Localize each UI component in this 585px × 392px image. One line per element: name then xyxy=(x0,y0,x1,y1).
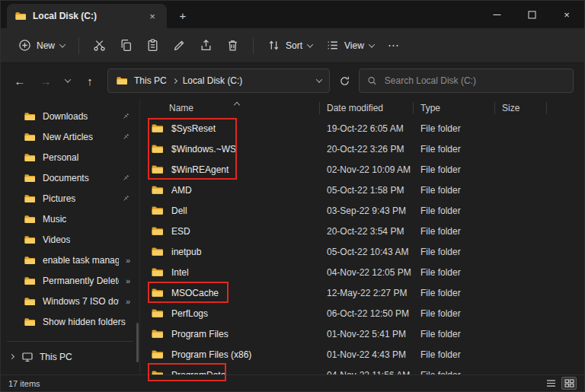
minimize-icon xyxy=(493,11,501,19)
file-name-cell: ProgramData xyxy=(140,368,319,374)
search-icon xyxy=(367,75,377,86)
explorer-tab[interactable]: Local Disk (C:) × xyxy=(7,4,167,28)
file-row[interactable]: ESD 20-Oct-22 3:54 PM File folder xyxy=(140,221,584,241)
folder-icon xyxy=(151,368,164,374)
see-more-button[interactable]: ⋯ xyxy=(381,33,407,58)
search-input[interactable] xyxy=(383,75,565,87)
file-name-cell: $SysReset xyxy=(140,122,319,135)
new-tab-button[interactable]: + xyxy=(174,7,191,24)
back-button[interactable]: ← xyxy=(8,69,31,92)
file-explorer-window: Local Disk (C:) × + × New xyxy=(0,0,585,392)
refresh-button[interactable] xyxy=(333,69,356,92)
sidebar-item[interactable]: Windows 7 ISO downlo » xyxy=(1,291,139,311)
overflow-chevron-icon: » xyxy=(126,297,130,306)
folder-icon xyxy=(24,254,36,266)
sidebar-item-this-pc[interactable]: This PC xyxy=(1,346,139,367)
breadcrumb-current[interactable]: Local Disk (C:) xyxy=(183,75,243,86)
column-separator[interactable] xyxy=(546,102,547,114)
file-name: inetpub xyxy=(171,247,201,257)
address-bar[interactable]: This PC Local Disk (C:) xyxy=(107,69,330,93)
search-box[interactable] xyxy=(359,69,574,93)
folder-icon xyxy=(151,348,164,361)
navigation-bar: ← → ↑ This PC Local Disk (C:) xyxy=(1,63,584,98)
cut-button[interactable] xyxy=(86,33,113,57)
sidebar-item[interactable]: Pictures » xyxy=(1,188,139,209)
recent-pages-button[interactable] xyxy=(60,69,75,92)
file-name-cell: inetpub xyxy=(140,245,319,258)
file-date-cell: 01-Nov-22 5:41 PM xyxy=(319,329,413,339)
chevron-down-icon xyxy=(307,41,313,47)
share-button[interactable] xyxy=(193,33,219,57)
column-separator[interactable] xyxy=(494,102,495,114)
sidebar-item[interactable]: enable task manager in » xyxy=(1,250,139,270)
rename-icon xyxy=(173,39,186,52)
file-row[interactable]: Dell 03-Sep-22 9:43 PM File folder xyxy=(140,200,584,221)
file-name: ESD xyxy=(171,226,190,237)
sidebar-item[interactable]: Show hidden folders » xyxy=(1,311,139,332)
column-header-name[interactable]: Name xyxy=(140,103,319,113)
file-row[interactable]: PerfLogs 06-Oct-22 12:50 PM File folder xyxy=(140,303,584,323)
folder-icon xyxy=(24,213,36,225)
address-dropdown-chevron[interactable] xyxy=(316,76,322,82)
folder-icon xyxy=(24,275,36,287)
sidebar-scrollbar[interactable] xyxy=(136,323,139,362)
breadcrumb-this-pc[interactable]: This PC xyxy=(134,75,167,86)
file-date-cell: 19-Oct-22 6:05 AM xyxy=(319,123,413,134)
file-name: Program Files xyxy=(171,329,229,339)
sidebar-item[interactable]: Personal » xyxy=(1,147,139,167)
sidebar-item-label: Personal xyxy=(43,152,78,163)
file-row[interactable]: $WinREAgent 02-Nov-22 10:09 AM File fold… xyxy=(140,159,584,180)
folder-icon xyxy=(24,316,36,328)
file-name: $Windows.~WS xyxy=(171,144,236,155)
maximize-button[interactable] xyxy=(514,1,549,28)
file-row[interactable]: MSOCache 12-May-22 2:27 PM File folder xyxy=(140,282,584,303)
sidebar-item[interactable]: Videos » xyxy=(1,229,139,250)
column-header-type[interactable]: Type xyxy=(413,103,494,113)
file-row[interactable]: $Windows.~WS 20-Oct-22 3:26 PM File fold… xyxy=(140,139,584,159)
sort-button[interactable]: Sort xyxy=(261,33,319,57)
new-button[interactable]: New xyxy=(11,33,72,57)
file-row[interactable]: ProgramData 04-Nov-22 11:56 AM File fold… xyxy=(140,365,584,374)
share-icon xyxy=(200,39,213,52)
sidebar-item-label: Permanently Delete co xyxy=(43,276,119,286)
sidebar-item[interactable]: Music » xyxy=(1,209,139,229)
file-date-cell: 06-Oct-22 12:50 PM xyxy=(319,308,413,319)
folder-icon xyxy=(24,110,36,123)
sidebar-item-label: Videos xyxy=(43,234,70,245)
column-separator[interactable] xyxy=(413,102,414,114)
sidebar-item[interactable]: Permanently Delete co » xyxy=(1,270,139,291)
view-button[interactable]: View xyxy=(319,33,381,57)
forward-button[interactable]: → xyxy=(34,69,57,92)
file-name: Program Files (x86) xyxy=(171,349,251,360)
file-date-cell: 20-Oct-22 3:26 PM xyxy=(319,144,413,155)
file-row[interactable]: $SysReset 19-Oct-22 6:05 AM File folder xyxy=(140,118,584,139)
sidebar-item-label: Windows 7 ISO downlo xyxy=(43,296,119,307)
sidebar-item[interactable]: New Articles » xyxy=(1,126,139,147)
tab-close-button[interactable]: × xyxy=(145,9,159,23)
column-header-date-modified[interactable]: Date modified xyxy=(319,103,413,113)
file-row[interactable]: Intel 04-Nov-22 12:05 PM File folder xyxy=(140,262,584,282)
expand-chevron-icon[interactable] xyxy=(9,354,14,359)
file-row[interactable]: AMD 05-Oct-22 1:58 PM File folder xyxy=(140,180,584,200)
column-header-size[interactable]: Size xyxy=(494,103,546,113)
file-row[interactable]: inetpub 05-Oct-22 10:43 AM File folder xyxy=(140,241,584,262)
maximize-icon xyxy=(528,11,536,19)
toolbar-separator xyxy=(78,37,79,54)
delete-button[interactable] xyxy=(219,33,246,57)
file-row[interactable]: Program Files (x86) 01-Nov-22 4:43 PM Fi… xyxy=(140,344,584,365)
cut-icon xyxy=(93,39,106,52)
sidebar-item[interactable]: Downloads » xyxy=(1,106,139,126)
minimize-button[interactable] xyxy=(479,1,514,28)
paste-button[interactable] xyxy=(139,33,166,57)
file-row[interactable]: Program Files 01-Nov-22 5:41 PM File fol… xyxy=(140,323,584,344)
sidebar-item[interactable]: Documents » xyxy=(1,167,139,188)
folder-icon xyxy=(151,183,164,196)
column-separator[interactable] xyxy=(319,102,320,114)
close-button[interactable]: × xyxy=(549,1,584,28)
details-view-button[interactable] xyxy=(543,377,558,390)
rename-button[interactable] xyxy=(166,33,193,57)
copy-button[interactable] xyxy=(113,33,139,57)
large-icons-view-button[interactable] xyxy=(561,377,577,390)
sidebar-item-label: enable task manager in xyxy=(43,255,119,266)
up-button[interactable]: ↑ xyxy=(78,69,101,92)
